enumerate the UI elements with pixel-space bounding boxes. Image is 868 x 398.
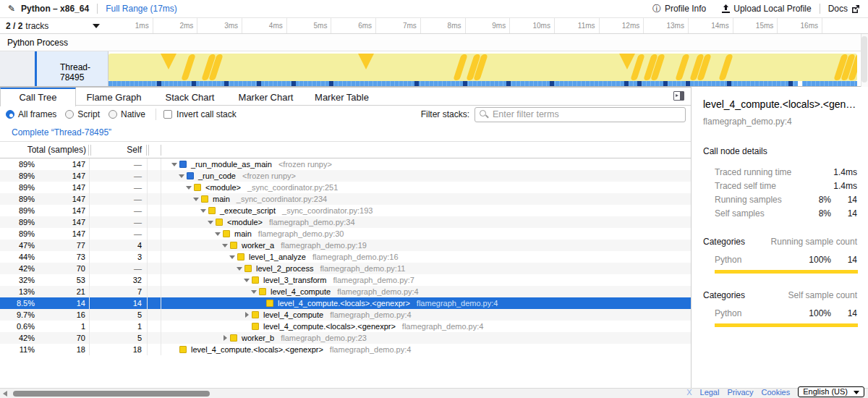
collapse-icon[interactable] (236, 265, 244, 272)
cookies-link[interactable]: Cookies (762, 388, 791, 397)
radio-native[interactable]: Native (109, 109, 145, 119)
legal-link[interactable]: Legal (700, 388, 720, 397)
collapse-icon[interactable] (243, 276, 252, 284)
thread-track-label[interactable]: Thread-78495 (0, 51, 109, 86)
upload-profile-button[interactable]: Upload Local Profile (722, 4, 811, 14)
horizontal-scrollbar-thumb[interactable] (13, 391, 210, 397)
collapse-icon[interactable] (185, 184, 194, 191)
complete-thread-breadcrumb[interactable]: Complete “Thread-78495” (12, 127, 111, 137)
tree-row[interactable]: 89%147—mainflamegraph_demo.py:30 (0, 228, 691, 240)
row-frame: mainflamegraph_demo.py:30 (163, 229, 691, 238)
collapse-icon[interactable] (221, 242, 230, 249)
tree-row[interactable]: 42%705worker_bflamegraph_demo.py:23 (0, 332, 691, 344)
edit-profile-name-icon[interactable]: ✎ (8, 4, 15, 14)
tab-marker-chart[interactable]: Marker Chart (228, 88, 304, 105)
activity-spike (181, 54, 196, 80)
scrollbar-thumb[interactable] (861, 36, 867, 82)
full-range-breadcrumb[interactable]: Full Range (17ms) (106, 4, 177, 14)
hscroll-left-arrow-icon[interactable] (3, 391, 7, 397)
selected-track-accent (35, 51, 37, 86)
column-self[interactable]: Self (94, 145, 142, 155)
profile-info-button[interactable]: ⓘ Profile Info (652, 3, 706, 15)
ruler-tick: 5ms (287, 18, 332, 33)
ruler-tick: 9ms (466, 18, 511, 33)
radio-script[interactable]: Script (65, 109, 100, 119)
tracks-dropdown[interactable]: 2 / 2 tracks (0, 18, 109, 34)
invert-call-stack-toggle[interactable]: Invert call stack (163, 109, 237, 119)
tree-row[interactable]: 89%147—<module>flamegraph_demo.py:34 (0, 216, 691, 228)
collapse-icon[interactable] (229, 253, 237, 261)
row-frame: _run_module_as_main<frozen runpy> (163, 160, 691, 169)
ruler-tick: 14ms (689, 18, 733, 33)
privacy-link[interactable]: Privacy (727, 388, 753, 397)
collapse-icon[interactable] (178, 172, 187, 179)
collapse-icon[interactable] (250, 288, 259, 295)
collapse-icon[interactable] (171, 161, 179, 168)
thread-activity-graph[interactable] (109, 51, 857, 86)
process-track-header[interactable]: Python Process (0, 34, 861, 51)
docs-button[interactable]: Docs (828, 4, 859, 14)
collapse-icon[interactable] (192, 195, 201, 203)
frame-name: _run_code (198, 172, 236, 180)
expand-icon[interactable] (243, 311, 252, 318)
tree-row[interactable]: 89%147—<module>_sync_coordinator.py:251 (0, 182, 691, 193)
tree-row[interactable]: 89%147—_run_code<frozen runpy> (0, 170, 691, 182)
tree-row[interactable]: 89%147—main_sync_coordinator.py:234 (0, 193, 691, 205)
time-ruler: 1ms2ms3ms4ms5ms6ms7ms8ms9ms10ms11ms12ms1… (109, 18, 822, 33)
open-sidebar-icon[interactable] (673, 91, 684, 101)
row-total-percent: 42% (0, 334, 35, 342)
tab-flame-graph[interactable]: Flame Graph (76, 88, 152, 105)
frame-name: level_4_compute.<locals>.<genexpr> (191, 345, 323, 354)
row-frame: worker_bflamegraph_demo.py:23 (163, 334, 691, 342)
row-total-samples: 147 (35, 183, 85, 192)
invert-checkbox[interactable] (163, 110, 172, 119)
column-total[interactable]: Total (samples) (0, 145, 86, 155)
detail-label: Running samples (715, 195, 802, 205)
samples-strip[interactable] (109, 81, 857, 86)
category-header: CategoriesSelf sample count (703, 290, 857, 300)
sample-mark (506, 81, 511, 86)
detail-value: 14 (831, 208, 857, 219)
frame-name: worker_b (242, 334, 274, 342)
dismiss-footer-button[interactable]: X (686, 388, 692, 397)
row-frame: <module>_sync_coordinator.py:251 (163, 183, 691, 192)
frame-name: level_1_analyze (249, 253, 306, 261)
tree-row[interactable]: 11%1818level_4_compute.<locals>.<genexpr… (0, 344, 691, 355)
thread-track[interactable]: Thread-78495 (0, 51, 868, 87)
tree-row[interactable]: 32%5332level_3_transformflamegraph_demo.… (0, 274, 691, 286)
frame-file: flamegraph_demo.py:7 (333, 276, 414, 284)
tree-row[interactable]: 13%217level_4_computeflamegraph_demo.py:… (0, 286, 691, 297)
tree-row[interactable]: 47%774worker_aflamegraph_demo.py:19 (0, 240, 691, 251)
tree-row[interactable]: 44%733level_1_analyzeflamegraph_demo.py:… (0, 251, 691, 263)
collapse-icon[interactable] (200, 207, 208, 214)
row-total-samples: 147 (35, 195, 85, 203)
tab-marker-table[interactable]: Marker Table (304, 88, 380, 105)
timeline-vertical-scrollbar[interactable] (861, 34, 868, 87)
row-total-samples: 73 (35, 253, 85, 261)
expand-icon[interactable] (221, 334, 230, 342)
sample-mark (624, 81, 629, 86)
yellow-category-icon (244, 265, 252, 272)
tree-row[interactable]: 42%70—level_2_processflamegraph_demo.py:… (0, 263, 691, 274)
filter-stacks-input[interactable] (475, 107, 686, 122)
twisty-placeholder (171, 346, 179, 353)
activity-graph[interactable] (109, 54, 857, 81)
row-frame: level_3_transformflamegraph_demo.py:7 (163, 276, 691, 284)
tab-stack-chart[interactable]: Stack Chart (152, 88, 228, 105)
collapse-icon[interactable] (214, 230, 223, 237)
row-frame: level_2_processflamegraph_demo.py:11 (163, 264, 691, 273)
twisty-placeholder (258, 300, 266, 307)
tree-row[interactable]: 89%147—_run_module_as_main<frozen runpy> (0, 158, 691, 170)
row-self: — (85, 218, 142, 226)
collapse-icon[interactable] (207, 219, 216, 226)
tree-row[interactable]: 0.6%11level_4_compute.<locals>.<genexpr>… (0, 321, 691, 332)
call-node-details: Traced running time1.4msTraced self time… (692, 165, 868, 220)
row-total-percent: 89% (0, 206, 35, 215)
radio-all-frames[interactable]: All frames (6, 109, 56, 119)
language-select[interactable]: English (US) (798, 386, 864, 397)
frame-name: _execute_script (220, 206, 276, 215)
tree-row[interactable]: 8.5%1414level_4_compute.<locals>.<genexp… (0, 297, 691, 309)
tree-row[interactable]: 9.7%165level_4_computeflamegraph_demo.py… (0, 309, 691, 321)
tab-call-tree[interactable]: Call Tree (0, 88, 76, 106)
tree-row[interactable]: 89%147—_execute_script_sync_coordinator.… (0, 205, 691, 216)
